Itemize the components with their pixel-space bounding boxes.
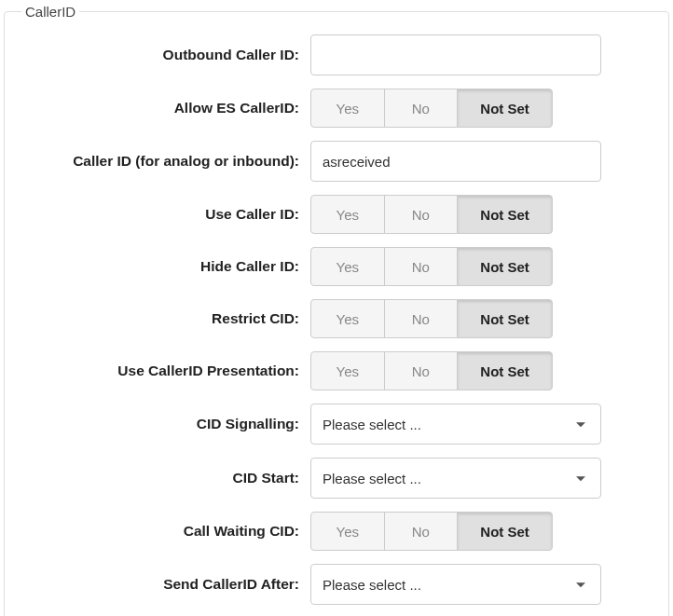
hide-cid-notset[interactable]: Not Set	[457, 247, 553, 286]
row-callwaiting-cid: Call Waiting CID: Yes No Not Set	[21, 512, 652, 551]
use-cid-pres-notset[interactable]: Not Set	[457, 351, 553, 390]
caret-down-icon	[576, 476, 585, 481]
row-use-cid: Use Caller ID: Yes No Not Set	[21, 195, 652, 234]
cid-start-placeholder: Please select ...	[323, 471, 421, 486]
send-cid-after-placeholder: Please select ...	[323, 577, 421, 593]
label-hide-cid: Hide Caller ID:	[21, 258, 310, 275]
label-callwaiting-cid: Call Waiting CID:	[21, 523, 310, 540]
callerid-fieldset: CallerID Outbound Caller ID: Allow ES Ca…	[4, 4, 669, 616]
row-cid-analog: Caller ID (for analog or inbound):	[21, 141, 652, 182]
caret-down-icon	[576, 582, 585, 587]
hide-cid-no[interactable]: No	[384, 247, 459, 286]
allow-es-radio-group: Yes No Not Set	[310, 89, 553, 128]
label-cid-signalling: CID Signalling:	[21, 416, 310, 432]
row-hide-cid: Hide Caller ID: Yes No Not Set	[21, 247, 652, 286]
callwaiting-cid-radio-group: Yes No Not Set	[310, 512, 553, 551]
label-cid-start: CID Start:	[21, 470, 310, 486]
cid-signalling-select[interactable]: Please select ...	[310, 404, 601, 445]
callwaiting-cid-no[interactable]: No	[384, 512, 459, 551]
row-use-cid-pres: Use CallerID Presentation: Yes No Not Se…	[21, 351, 652, 390]
restrict-cid-notset[interactable]: Not Set	[457, 299, 553, 338]
outbound-cid-input[interactable]	[310, 34, 601, 75]
hide-cid-radio-group: Yes No Not Set	[310, 247, 553, 286]
callwaiting-cid-notset[interactable]: Not Set	[457, 512, 553, 551]
restrict-cid-no[interactable]: No	[384, 299, 459, 338]
row-cid-start: CID Start: Please select ...	[21, 458, 652, 499]
label-cid-analog: Caller ID (for analog or inbound):	[21, 153, 310, 170]
use-cid-radio-group: Yes No Not Set	[310, 195, 553, 234]
send-cid-after-select[interactable]: Please select ...	[310, 564, 601, 605]
restrict-cid-yes[interactable]: Yes	[310, 299, 385, 338]
row-allow-es: Allow ES CallerID: Yes No Not Set	[21, 89, 652, 128]
use-cid-notset[interactable]: Not Set	[457, 195, 553, 234]
cid-signalling-placeholder: Please select ...	[323, 417, 421, 432]
restrict-cid-radio-group: Yes No Not Set	[310, 299, 553, 338]
label-restrict-cid: Restrict CID:	[21, 310, 310, 327]
row-cid-signalling: CID Signalling: Please select ...	[21, 404, 652, 445]
row-send-cid-after: Send CallerID After: Please select ...	[21, 564, 652, 605]
label-allow-es: Allow ES CallerID:	[21, 100, 310, 116]
caret-down-icon	[576, 422, 585, 427]
label-use-cid-pres: Use CallerID Presentation:	[21, 363, 310, 379]
cid-analog-input[interactable]	[310, 141, 601, 182]
allow-es-notset[interactable]: Not Set	[457, 89, 553, 128]
row-restrict-cid: Restrict CID: Yes No Not Set	[21, 299, 652, 338]
use-cid-yes[interactable]: Yes	[310, 195, 385, 234]
allow-es-no[interactable]: No	[384, 89, 459, 128]
label-outbound-cid: Outbound Caller ID:	[21, 47, 310, 63]
cid-start-select[interactable]: Please select ...	[310, 458, 601, 499]
allow-es-yes[interactable]: Yes	[310, 89, 385, 128]
use-cid-pres-yes[interactable]: Yes	[310, 351, 385, 390]
hide-cid-yes[interactable]: Yes	[310, 247, 385, 286]
label-send-cid-after: Send CallerID After:	[21, 576, 310, 593]
callwaiting-cid-yes[interactable]: Yes	[310, 512, 385, 551]
row-outbound-cid: Outbound Caller ID:	[21, 34, 652, 75]
label-use-cid: Use Caller ID:	[21, 206, 310, 223]
use-cid-no[interactable]: No	[384, 195, 459, 234]
use-cid-pres-no[interactable]: No	[384, 351, 459, 390]
use-cid-pres-radio-group: Yes No Not Set	[310, 351, 553, 390]
callerid-legend: CallerID	[21, 4, 79, 20]
